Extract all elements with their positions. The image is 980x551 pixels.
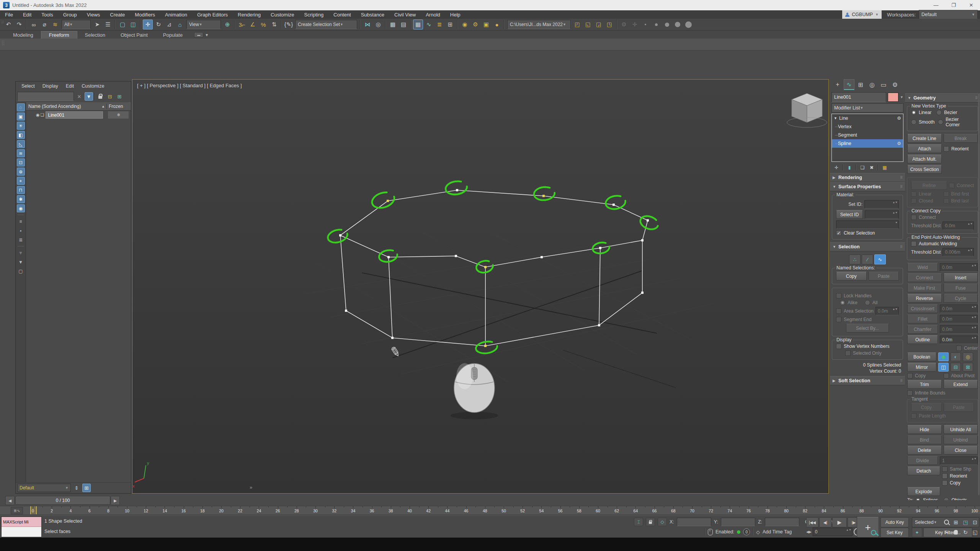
auto-key-button[interactable]: Auto Key (880, 517, 909, 527)
trim-button[interactable]: Trim (907, 380, 942, 389)
menu-substance[interactable]: Substance (356, 10, 389, 19)
display-xrefs-icon[interactable]: ⊕ (17, 168, 25, 176)
disabled-tool-icon-2[interactable]: ✛ (630, 20, 640, 29)
copy-named-selection-button[interactable]: Copy (836, 272, 867, 280)
stack-item-line[interactable]: ▼Line⚙ (832, 114, 903, 122)
bind-button[interactable]: Bind (907, 435, 942, 444)
brush-preset-icon-3[interactable] (662, 20, 672, 29)
display-hidden-icon[interactable]: ◉ (17, 204, 25, 212)
rendered-frame-window-icon[interactable]: ▣ (481, 20, 491, 29)
show-vertex-numbers-checkbox[interactable]: Show Vertex Numbers (836, 344, 889, 349)
undo-icon[interactable]: ↶ (3, 20, 13, 29)
show-end-result-icon[interactable]: ▮ (845, 164, 854, 171)
table-row[interactable]: ◉ ❏ Line001 ✱ (26, 111, 131, 119)
minimize-button[interactable]: — (927, 0, 945, 10)
mirror-horizontal-icon[interactable]: ◫ (938, 363, 949, 372)
brush-preset-icon-1[interactable] (640, 20, 650, 29)
modifier-stack[interactable]: ▼Line⚙VertexSegmentSpline⚙ (831, 114, 903, 162)
center-checkbox[interactable]: Center (956, 346, 978, 351)
name-column-header[interactable]: Name (Sorted Ascending) (28, 104, 81, 109)
fillet-spinner[interactable]: 0.0m▲▼ (940, 315, 978, 323)
cycle-button[interactable]: Cycle (944, 294, 978, 303)
attach-mult-button[interactable]: Attach Mult. (907, 155, 942, 163)
display-groups-icon[interactable]: ⊡ (17, 158, 25, 166)
close-button[interactable]: ✕ (962, 0, 980, 10)
display-geometry-icon[interactable]: ▣ (17, 112, 25, 121)
zoom-all-icon[interactable]: ⊞ (951, 517, 960, 527)
select-and-rotate-icon[interactable]: ↻ (154, 20, 163, 29)
chevron-down-icon[interactable]: ▼ (900, 95, 903, 99)
menu-views[interactable]: Views (82, 10, 105, 19)
reorient-checkbox[interactable]: Reorient (944, 146, 969, 152)
reverse-button[interactable]: Reverse (907, 294, 942, 303)
menu-content[interactable]: Content (328, 10, 356, 19)
linear-radio[interactable]: Linear (911, 110, 931, 115)
alike-radio[interactable]: Alike (840, 300, 858, 305)
menu-scripting[interactable]: Scripting (299, 10, 329, 19)
ribbon-tab-populate[interactable]: Populate (155, 31, 190, 39)
render-setup-icon[interactable]: ⚙ (470, 20, 480, 29)
search-input[interactable] (17, 92, 74, 101)
segment-end-checkbox[interactable]: Segment End (836, 317, 872, 322)
chamfer-button[interactable]: Chamfer (907, 325, 938, 334)
filter-selected-icon[interactable]: ▼ (85, 92, 93, 101)
object-color-swatch[interactable] (888, 93, 898, 102)
viewport-label[interactable]: [ + ] [ Perspective ] [ Standard ] [ Edg… (137, 83, 242, 88)
ribbon-tab-freeform[interactable]: Freeform (41, 31, 77, 39)
bind-last-checkbox[interactable]: Bind last (944, 198, 974, 204)
scene-explorer-menu-edit[interactable]: Edit (62, 83, 78, 89)
menu-file[interactable]: File (0, 10, 18, 19)
select-and-place-icon[interactable]: ⌂ (175, 20, 185, 29)
menu-graph-editors[interactable]: Graph Editors (192, 10, 233, 19)
all-radio[interactable]: All (865, 300, 877, 305)
toggle-scene-explorer-icon[interactable]: ▦ (388, 20, 398, 29)
unhide-all-button[interactable]: Unhide All (944, 425, 978, 434)
lock-icon[interactable] (96, 92, 105, 101)
display-none-icon[interactable]: ◌ (17, 103, 25, 111)
percent-snap-toggle-icon[interactable]: % (258, 20, 268, 29)
stack-item-segment[interactable]: Segment (832, 131, 903, 139)
mirror-both-icon[interactable]: ⊠ (963, 363, 973, 372)
configure-modifier-sets-icon[interactable]: ▦ (880, 164, 889, 171)
orbit-icon[interactable]: ↻ (961, 527, 970, 537)
window-crossing-icon[interactable]: ◫ (128, 20, 138, 29)
time-slider[interactable]: 0 / 100 (15, 496, 110, 505)
scene-explorer-menu-select[interactable]: Select (18, 83, 38, 89)
cross-insert-button[interactable]: CrossInsert (907, 304, 938, 313)
restore-button[interactable]: ❐ (945, 0, 962, 10)
curve-editor-icon[interactable]: ∿ (424, 20, 434, 29)
extend-button[interactable]: Extend (944, 380, 978, 389)
detach-copy-checkbox[interactable]: Copy (942, 480, 971, 486)
segment-subobject-button[interactable]: ∕ (862, 254, 873, 264)
render-production-icon[interactable]: ● (492, 20, 502, 29)
divide-spinner[interactable]: 1▲▼ (940, 456, 978, 465)
brush-preset-icon-4[interactable] (673, 20, 683, 29)
material-id-dropdown[interactable]: ▼ (836, 220, 899, 229)
selection-set-dropdown[interactable]: Default ▼ (17, 484, 71, 492)
selection-filter-dropdown[interactable]: All▼ (62, 20, 91, 29)
current-frame-field[interactable]: 0▲▼ (813, 528, 853, 536)
area-selection-checkbox[interactable]: Area Selection (836, 308, 874, 314)
smooth-radio[interactable]: Smooth (911, 119, 934, 125)
paste-named-selection-button[interactable]: Paste (869, 272, 899, 280)
hide-button[interactable]: Hide (907, 425, 942, 434)
tangent-paste-button[interactable]: Paste (944, 403, 974, 412)
infinite-bounds-checkbox[interactable]: Infinite Bounds (907, 390, 945, 396)
viewport[interactable]: [ + ] [ Perspective ] [ Standard ] [ Edg… (132, 79, 829, 494)
toggle-ribbon-icon[interactable]: ▦ (413, 20, 423, 29)
previous-frame-button[interactable]: ◀| (819, 517, 831, 527)
sort-alphabetical-icon[interactable]: ≡ (17, 217, 25, 225)
open-mini-curve-editor-icon[interactable]: ≣∿ (11, 507, 23, 514)
rollout-rendering[interactable]: ▶Rendering⠿ (830, 173, 905, 182)
redo-icon[interactable]: ↷ (14, 20, 24, 29)
zoom-region-icon[interactable]: ⊡ (970, 517, 980, 527)
brush-preset-icon-2[interactable] (651, 20, 661, 29)
rollout-soft-selection[interactable]: ▶Soft Selection⠿ (830, 376, 905, 385)
sync-hierarchy-icon[interactable]: ⊞ (115, 92, 124, 101)
create-line-button[interactable]: Create Line (907, 134, 942, 143)
same-shp-checkbox[interactable]: Same Shp (942, 466, 971, 472)
selected-only-checkbox[interactable]: Selected Only (845, 350, 882, 356)
account-button[interactable]: CGBUMP ▼ (842, 10, 882, 19)
weld-button[interactable]: Weld (907, 263, 938, 272)
ribbon-tab-modeling[interactable]: Modeling (5, 31, 41, 39)
